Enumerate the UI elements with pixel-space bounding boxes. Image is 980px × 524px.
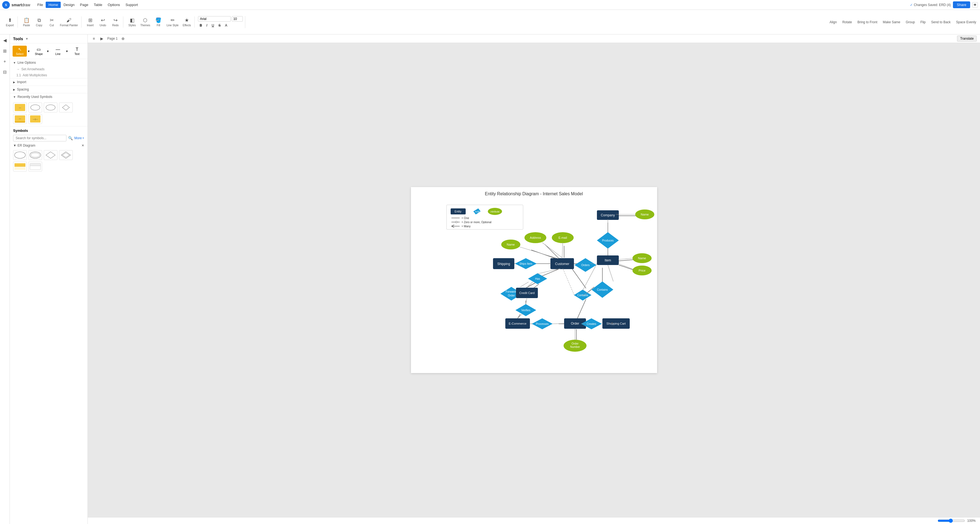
export-button[interactable]: ⬆ Export [4, 16, 16, 28]
svg-line-108 [562, 242, 563, 258]
rotate-button[interactable]: Rotate [840, 20, 853, 25]
layers-icon[interactable]: ⊟ [2, 68, 8, 76]
format-painter-icon: 🖌 [67, 18, 72, 23]
zoom-slider[interactable] [938, 519, 965, 523]
spacing-header[interactable]: ▶ Spacing [10, 86, 88, 93]
recent-symbol-attr2[interactable] [44, 103, 57, 112]
shape-tool-group: ▭ Shape ▼ [32, 46, 50, 57]
expand-button[interactable]: ▶ [99, 36, 105, 41]
make-same-button[interactable]: Make Same [881, 20, 902, 25]
more-button[interactable]: More + [75, 136, 84, 140]
select-icon: ↖ [18, 47, 22, 52]
menu-table[interactable]: Table [91, 2, 105, 8]
er-symbol-grid [13, 149, 84, 172]
text-tool[interactable]: T Text [70, 46, 84, 57]
line-options-header[interactable]: ▼ Line Options [10, 59, 88, 66]
copy-icon: ⧉ [37, 18, 41, 23]
er-category-close[interactable]: ✕ [81, 143, 84, 147]
recent-symbol-entity[interactable]: — [13, 103, 27, 112]
right-menu: ✓ Changes Saved: ERD (4) Share 👁 [910, 2, 978, 8]
group-button[interactable]: Group [904, 20, 916, 25]
strikethrough-button[interactable]: S [217, 23, 222, 28]
format-painter-button[interactable]: 🖌 Format Painter [58, 17, 80, 28]
recent-symbol-entity3[interactable]: —|— [29, 114, 42, 124]
svg-text:= Many: = Many [461, 225, 471, 228]
translate-button[interactable]: Translate [957, 35, 977, 41]
styles-button[interactable]: ◧ Styles [126, 16, 138, 28]
recent-symbol-attr1[interactable] [29, 103, 42, 112]
canvas[interactable]: Entity Relationship Diagram - Internet S… [88, 43, 980, 517]
er-symbol-entity1[interactable] [13, 162, 27, 172]
line-style-button[interactable]: ✏ Line Style [165, 16, 180, 28]
symbols-search-input[interactable] [13, 135, 67, 142]
flip-button[interactable]: Flip [919, 20, 927, 25]
toolbar-insert-group: ⊞ Insert ↩ Undo ↪ Redo [83, 16, 123, 28]
recently-used-header[interactable]: ▼ Recently Used Symbols [10, 93, 88, 100]
set-arrowheads-item[interactable]: → Set Arrowheads [10, 66, 88, 72]
paste-button[interactable]: 📋 Paste [21, 16, 33, 28]
tools-chevron[interactable]: ▼ [25, 37, 29, 41]
select-tool[interactable]: ↖ Select [13, 46, 27, 57]
menu-file[interactable]: File [35, 2, 46, 8]
add-icon[interactable]: + [2, 58, 7, 65]
recent-symbol-entity2[interactable]: — [13, 114, 27, 124]
svg-text:Creates: Creates [587, 322, 596, 325]
line-dropdown[interactable]: ▼ [65, 49, 69, 53]
recently-used-chevron: ▼ [13, 96, 16, 99]
er-symbol-diamond1[interactable] [44, 150, 57, 160]
themes-button[interactable]: ⬡ Themes [138, 16, 152, 28]
share-button[interactable]: Share [953, 2, 970, 8]
svg-text:Order: Order [571, 322, 579, 325]
menu-home[interactable]: Home [46, 2, 61, 8]
import-header[interactable]: ▶ Import [10, 78, 88, 86]
align-button[interactable]: Align [828, 20, 838, 25]
shapes-panel-icon[interactable]: ⊞ [2, 47, 8, 55]
menu-page[interactable]: Page [77, 2, 91, 8]
space-evenly-button[interactable]: Space Evenly [955, 20, 978, 25]
er-category-label: ER Diagram [18, 143, 35, 147]
menu-options[interactable]: Options [105, 2, 123, 8]
undo-button[interactable]: ↩ Undo [97, 16, 109, 28]
redo-button[interactable]: ↪ Redo [110, 16, 121, 28]
underline-button[interactable]: U [210, 23, 216, 28]
line-tool[interactable]: — Line [51, 46, 65, 57]
bold-button[interactable]: B [198, 23, 204, 28]
back-icon[interactable]: ◀ [2, 37, 8, 44]
select-dropdown[interactable]: ▼ [27, 49, 30, 53]
fill-icon: 🪣 [155, 17, 161, 23]
shape-tool[interactable]: ▭ Shape [32, 46, 46, 57]
fill-button[interactable]: 🪣 Fill [152, 16, 164, 28]
svg-text:Credit Card: Credit Card [519, 291, 534, 295]
er-symbol-attr-oval1[interactable] [13, 150, 27, 160]
effects-label: Effects [183, 24, 191, 27]
svg-line-118 [581, 323, 586, 324]
right-toolbar: Align Rotate Bring to Front Make Same Gr… [828, 20, 978, 25]
svg-line-35 [572, 269, 586, 288]
font-size-input[interactable] [232, 16, 243, 22]
font-name-input[interactable] [198, 16, 231, 22]
bring-to-front-button[interactable]: Bring to Front [856, 20, 879, 25]
italic-button[interactable]: I [205, 23, 209, 28]
er-symbol-entity2[interactable] [29, 162, 42, 172]
add-multiplicities-item[interactable]: 1.1 Add Multiplicities [10, 72, 88, 78]
svg-line-50 [452, 225, 454, 226]
menu-design[interactable]: Design [61, 2, 77, 8]
list-view-button[interactable]: ≡ [91, 36, 97, 41]
add-page-button[interactable]: ⊕ [120, 36, 126, 41]
effects-button[interactable]: ★ Effects [181, 16, 193, 28]
menu-support[interactable]: Support [123, 2, 141, 8]
font-color-button[interactable]: A [223, 23, 229, 28]
copy-button[interactable]: ⧉ Copy [33, 17, 45, 28]
svg-line-36 [576, 299, 586, 320]
eye-icon[interactable]: 👁 [972, 2, 978, 8]
search-button[interactable]: 🔍 [68, 136, 73, 140]
er-diagram-header[interactable]: ▼ ER Diagram ✕ [13, 143, 84, 147]
send-to-back-button[interactable]: Send to Back [929, 20, 952, 25]
shape-dropdown[interactable]: ▼ [46, 49, 50, 53]
er-symbol-diamond2[interactable] [59, 150, 73, 160]
cut-button[interactable]: ✂ Cut [46, 16, 58, 28]
recent-symbol-diamond[interactable] [59, 103, 73, 112]
svg-line-19 [545, 245, 558, 258]
er-symbol-attr-oval2[interactable] [29, 150, 42, 160]
insert-button[interactable]: ⊞ Insert [84, 16, 96, 28]
